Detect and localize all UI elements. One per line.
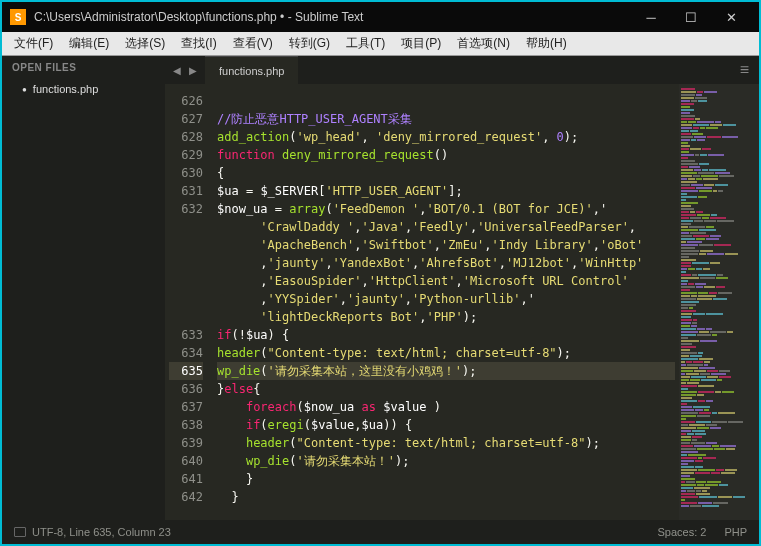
maximize-button[interactable]: ☐ xyxy=(671,3,711,31)
menu-edit[interactable]: 编辑(E) xyxy=(61,33,117,54)
menu-project[interactable]: 项目(P) xyxy=(393,33,449,54)
close-button[interactable]: ✕ xyxy=(711,3,751,31)
menubar: 文件(F) 编辑(E) 选择(S) 查找(I) 查看(V) 转到(G) 工具(T… xyxy=(2,32,759,56)
status-panel-icon[interactable] xyxy=(14,527,26,537)
menu-find[interactable]: 查找(I) xyxy=(173,33,224,54)
line-gutter: 6266276286296306316326336346356366376386… xyxy=(165,84,213,520)
editor-area: ◀ ▶ functions.php ≡ 62662762862963063163… xyxy=(165,56,759,520)
menu-help[interactable]: 帮助(H) xyxy=(518,33,575,54)
menu-tools[interactable]: 工具(T) xyxy=(338,33,393,54)
main-area: OPEN FILES functions.php ◀ ▶ functions.p… xyxy=(2,56,759,520)
app-window: S C:\Users\Administrator\Desktop\functio… xyxy=(0,0,761,546)
menu-select[interactable]: 选择(S) xyxy=(117,33,173,54)
tab-functions[interactable]: functions.php xyxy=(205,56,298,84)
tab-next-icon[interactable]: ▶ xyxy=(187,63,199,78)
tab-menu-icon[interactable]: ≡ xyxy=(730,56,759,84)
code-container: 6266276286296306316326336346356366376386… xyxy=(165,84,759,520)
status-lang[interactable]: PHP xyxy=(724,526,747,538)
status-spaces[interactable]: Spaces: 2 xyxy=(657,526,706,538)
menu-view[interactable]: 查看(V) xyxy=(225,33,281,54)
sidebar-header: OPEN FILES xyxy=(2,56,165,79)
minimap[interactable] xyxy=(679,84,759,520)
app-icon: S xyxy=(10,9,26,25)
sidebar: OPEN FILES functions.php xyxy=(2,56,165,520)
menu-goto[interactable]: 转到(G) xyxy=(281,33,338,54)
menu-file[interactable]: 文件(F) xyxy=(6,33,61,54)
sidebar-file-item[interactable]: functions.php xyxy=(2,79,165,99)
menu-prefs[interactable]: 首选项(N) xyxy=(449,33,518,54)
statusbar: UTF-8, Line 635, Column 23 Spaces: 2 PHP xyxy=(2,520,759,544)
tab-prev-icon[interactable]: ◀ xyxy=(171,63,183,78)
tabbar: ◀ ▶ functions.php ≡ xyxy=(165,56,759,84)
titlebar: S C:\Users\Administrator\Desktop\functio… xyxy=(2,2,759,32)
window-title: C:\Users\Administrator\Desktop\functions… xyxy=(34,10,631,24)
status-encoding[interactable]: UTF-8, Line 635, Column 23 xyxy=(32,526,171,538)
minimize-button[interactable]: ─ xyxy=(631,3,671,31)
code-editor[interactable]: //防止恶意HTTP_USER_AGENT采集add_action('wp_he… xyxy=(213,84,679,520)
